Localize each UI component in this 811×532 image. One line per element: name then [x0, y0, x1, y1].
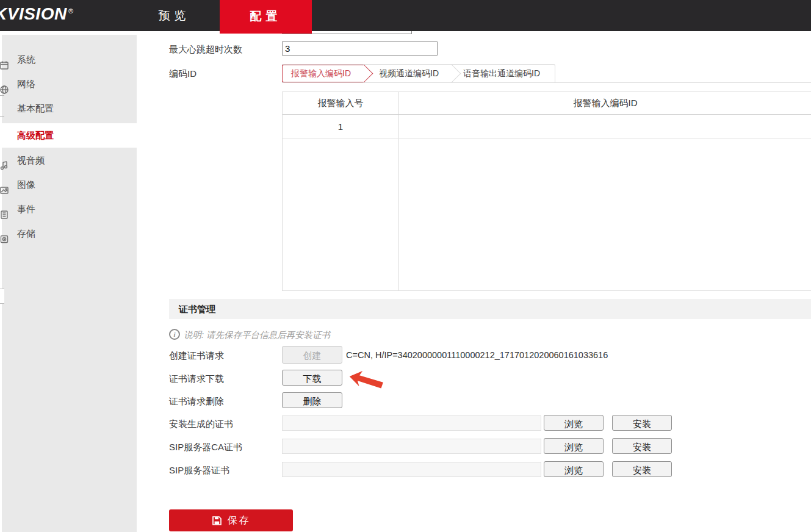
- save-icon: [212, 516, 222, 526]
- heartbeat-timeout-input[interactable]: [282, 41, 438, 56]
- nav-tab-preview[interactable]: 预览: [142, 0, 206, 31]
- red-arrow-annotation: [348, 368, 386, 394]
- event-icon: [0, 204, 9, 214]
- save-button[interactable]: 保存: [169, 509, 293, 531]
- table-header-row: 报警输入号 报警输入编码ID: [283, 92, 811, 115]
- nav-tab-configuration[interactable]: 配置: [220, 0, 312, 34]
- encoding-id-label: 编码ID: [169, 68, 196, 80]
- delete-button[interactable]: 删除: [282, 392, 342, 408]
- info-icon: i: [169, 329, 180, 340]
- encoding-id-tab-strip: 报警输入编码ID 视频通道编码ID 语音输出通道编码ID: [282, 64, 555, 82]
- sip-server-cert-input[interactable]: [282, 462, 541, 477]
- left-edge-panel-fragment: [0, 289, 4, 304]
- certificate-management-header: 证书管理: [169, 299, 811, 319]
- sidebar-item-label: 高级配置: [17, 123, 54, 148]
- hikvision-config-page: HIKVISION® 预览 配置 系统 网络 基本配置 高级配置: [0, 0, 811, 532]
- image-icon: [0, 180, 9, 190]
- cell-alarm-input-no: 1: [283, 115, 398, 138]
- sidebar-item-image[interactable]: 图像: [2, 173, 137, 197]
- tree-line: [0, 95, 4, 96]
- sidebar-item-label: 系统: [17, 48, 35, 72]
- storage-icon: [0, 229, 9, 239]
- encoding-id-tab-bar: 报警输入编码ID 视频通道编码ID 语音输出通道编码ID: [282, 64, 811, 83]
- system-icon: [0, 55, 9, 65]
- sip-server-ca-cert-input[interactable]: [282, 439, 541, 454]
- install-button[interactable]: 安装: [612, 461, 672, 477]
- save-button-label: 保存: [228, 514, 251, 527]
- download-button[interactable]: 下载: [282, 370, 342, 386]
- alarm-input-table: 报警输入号 报警输入编码ID 1: [282, 92, 811, 291]
- tree-line: [0, 116, 4, 117]
- top-bar: HIKVISION® 预览 配置: [0, 0, 811, 31]
- heartbeat-timeout-label: 最大心跳超时次数: [169, 44, 242, 56]
- sidebar-item-storage[interactable]: 存储: [2, 221, 137, 246]
- sidebar-item-event[interactable]: 事件: [2, 197, 137, 221]
- sidebar-item-label: 网络: [17, 72, 35, 96]
- cert-request-value: C=CN, H/IP=34020000001110000212_17170120…: [346, 350, 608, 360]
- logo-text: HIKVISION: [0, 4, 67, 23]
- create-button[interactable]: 创建: [282, 346, 342, 364]
- browse-button[interactable]: 浏览: [544, 438, 604, 454]
- sidebar: 系统 网络 基本配置 高级配置 视音频 图像: [2, 35, 137, 532]
- sidebar-item-label: 基本配置: [17, 96, 54, 121]
- audio-video-icon: [0, 156, 9, 165]
- sidebar-item-label: 图像: [17, 173, 35, 197]
- cert-request-download-label: 证书请求下载: [169, 373, 224, 385]
- column-header-alarm-input-no: 报警输入号: [283, 92, 398, 114]
- sidebar-item-label: 存储: [17, 221, 35, 246]
- install-generated-cert-input[interactable]: [282, 415, 541, 431]
- install-generated-cert-label: 安装生成的证书: [169, 419, 233, 430]
- logo-registered-mark: ®: [68, 7, 74, 15]
- sidebar-item-network[interactable]: 网络: [2, 72, 137, 96]
- sidebar-item-audio-video[interactable]: 视音频: [2, 148, 137, 173]
- chevron-right-icon: [443, 65, 461, 83]
- column-header-alarm-input-encoding-id: 报警输入编码ID: [399, 92, 811, 114]
- section-title: 证书管理: [179, 299, 811, 319]
- tab-label: 报警输入编码ID: [291, 68, 351, 78]
- sip-server-cert-label: SIP服务器证书: [169, 465, 229, 476]
- tab-video-channel-encoding-id[interactable]: 视频通道编码ID: [379, 65, 439, 82]
- certificate-note: 说明: 请先保存平台信息后再安装证书: [184, 329, 330, 341]
- sidebar-item-system[interactable]: 系统: [2, 48, 137, 72]
- browse-button[interactable]: 浏览: [544, 415, 604, 431]
- table-row[interactable]: 1: [283, 115, 811, 139]
- install-button[interactable]: 安装: [612, 415, 672, 431]
- tab-alarm-input-encoding-id[interactable]: 报警输入编码ID: [282, 65, 364, 82]
- cert-request-delete-label: 证书请求删除: [169, 396, 224, 408]
- sip-server-ca-cert-label: SIP服务器CA证书: [169, 442, 242, 453]
- chevron-right-icon: [355, 65, 373, 83]
- hikvision-logo: HIKVISION®: [0, 4, 73, 24]
- sidebar-item-label: 事件: [17, 197, 35, 221]
- sidebar-item-advanced-config[interactable]: 高级配置: [2, 123, 137, 148]
- sidebar-item-basic-config[interactable]: 基本配置: [2, 96, 137, 121]
- create-cert-request-label: 创建证书请求: [169, 350, 224, 362]
- browse-button[interactable]: 浏览: [544, 461, 604, 477]
- sidebar-item-label: 视音频: [17, 148, 45, 173]
- network-icon: [0, 79, 9, 89]
- install-button[interactable]: 安装: [612, 438, 672, 454]
- tab-audio-output-channel-encoding-id[interactable]: 语音输出通道编码ID: [463, 65, 540, 82]
